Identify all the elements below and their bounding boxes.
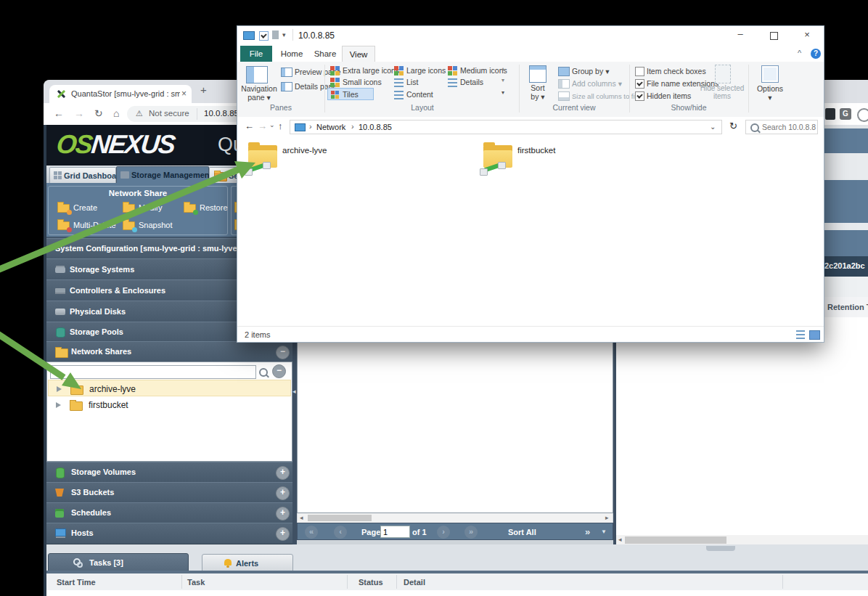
page-number-input[interactable] xyxy=(380,526,410,538)
tree-item-archive-lyve[interactable]: archive-lyve xyxy=(48,380,291,396)
scroll-right-icon[interactable]: ▸ xyxy=(605,514,609,521)
view-tab[interactable]: View xyxy=(342,46,375,62)
layout-details[interactable]: Details xyxy=(460,78,483,86)
navigation-pane-button[interactable]: Navigationpane ▾ xyxy=(239,84,279,102)
clear-search-button[interactable]: − xyxy=(272,364,286,378)
qat-newfolder-icon[interactable] xyxy=(272,30,279,39)
item-check-boxes-checkbox[interactable] xyxy=(635,67,644,76)
splitter-collapse-icon[interactable]: ◂ xyxy=(292,388,296,395)
layout-scroll-up-icon[interactable]: ▴ xyxy=(501,65,504,72)
tab-grid-dashboard[interactable]: Grid Dashboard xyxy=(49,167,116,183)
scroll-left-icon[interactable]: ◂ xyxy=(618,536,622,543)
pager-expand-icon[interactable]: » xyxy=(585,526,590,537)
multi-delete-button[interactable]: Multi-Delete xyxy=(73,221,116,229)
column-header-fragment[interactable]: Retention Ta xyxy=(823,297,868,318)
qat-properties-icon[interactable] xyxy=(259,31,269,41)
layout-large[interactable]: Large icons xyxy=(406,66,446,75)
col-status[interactable]: Status xyxy=(359,578,383,587)
sidebar-item-hosts[interactable]: Hosts + xyxy=(46,523,292,544)
splitter-collapse-handle[interactable] xyxy=(706,546,735,551)
restore-button[interactable]: Restore xyxy=(200,203,228,212)
expand-section-button[interactable]: + xyxy=(276,527,290,541)
search-box[interactable] xyxy=(745,120,818,134)
sidebar-item-schedules[interactable]: Schedules + xyxy=(46,502,292,524)
file-tile-firstbucket[interactable]: firstbucket xyxy=(517,146,555,155)
details-view-toggle-icon[interactable] xyxy=(796,330,805,339)
sidebar-item-network-shares[interactable]: Network Shares − xyxy=(46,341,292,363)
col-start-time[interactable]: Start Time xyxy=(57,578,96,587)
extension-circle-icon[interactable] xyxy=(857,108,868,122)
nav-back-icon[interactable]: ← xyxy=(245,121,254,131)
group-by-button[interactable]: Group by ▾ xyxy=(572,67,609,75)
minimize-button[interactable]: – xyxy=(729,28,751,39)
qat-customize-icon[interactable]: ▾ xyxy=(282,31,286,38)
nav-recent-icon[interactable]: ⌄ xyxy=(269,121,275,128)
refresh-icon[interactable]: ↻ xyxy=(729,121,737,131)
collapse-ribbon-icon[interactable]: ^ xyxy=(798,49,801,57)
share-tab[interactable]: Share xyxy=(308,46,342,62)
crumb-dropdown-icon[interactable]: ⌄ xyxy=(710,123,716,131)
search-icon[interactable] xyxy=(259,368,268,377)
thumbnail-view-toggle-icon[interactable] xyxy=(809,330,820,340)
share-search-input[interactable] xyxy=(50,365,256,379)
extension-g-icon[interactable]: G xyxy=(840,108,851,120)
layout-list[interactable]: List xyxy=(406,78,418,86)
layout-content[interactable]: Content xyxy=(406,90,433,99)
layout-extra-large[interactable]: Extra large icons xyxy=(343,66,399,75)
browser-forward-icon[interactable]: → xyxy=(74,107,84,119)
hidden-items-label[interactable]: Hidden items xyxy=(647,91,691,100)
middle-hscrollbar[interactable]: ◂ ▸ xyxy=(298,513,613,523)
browser-tab[interactable]: QuantaStor [smu-lyve-grid : smu × xyxy=(49,85,192,103)
breadcrumb-bar[interactable]: › Network › 10.0.8.85 ⌄ xyxy=(290,120,722,134)
new-tab-button[interactable]: + xyxy=(200,83,207,96)
collapse-section-button[interactable]: − xyxy=(276,346,290,359)
file-tab[interactable]: File xyxy=(240,46,272,62)
page-next-button[interactable]: › xyxy=(437,526,450,539)
sidebar-item-s3-buckets[interactable]: S3 Buckets + xyxy=(46,482,292,504)
home-tab[interactable]: Home xyxy=(275,46,308,62)
search-input[interactable] xyxy=(761,121,817,133)
col-detail[interactable]: Detail xyxy=(404,578,425,587)
tab-partial[interactable]: Se xyxy=(209,167,238,183)
tab-alerts[interactable]: Alerts xyxy=(202,554,293,572)
file-tile-archive-lyve[interactable]: archive-lyve xyxy=(282,146,327,155)
tree-item-firstbucket[interactable]: firstbucket xyxy=(48,396,291,413)
maximize-button[interactable] xyxy=(770,32,778,40)
hidden-items-checkbox[interactable] xyxy=(635,91,644,101)
expand-section-button[interactable]: + xyxy=(276,507,290,521)
crumb-host[interactable]: 10.0.8.85 xyxy=(359,123,392,131)
explorer-title-bar[interactable]: ▾ 10.0.8.85 – × xyxy=(237,26,824,46)
expand-section-button[interactable]: + xyxy=(276,466,290,480)
scroll-thumb[interactable] xyxy=(625,536,726,544)
item-check-boxes-label[interactable]: Item check boxes xyxy=(647,67,706,75)
add-columns-button[interactable]: Add columns ▾ xyxy=(572,79,622,88)
tree-expand-icon[interactable] xyxy=(57,386,62,392)
file-name-extensions-checkbox[interactable] xyxy=(635,79,644,89)
tree-expand-icon[interactable] xyxy=(56,402,61,408)
crumb-network[interactable]: Network xyxy=(316,123,345,131)
close-button[interactable]: × xyxy=(796,29,818,40)
browser-reload-icon[interactable]: ↻ xyxy=(94,107,103,119)
create-button[interactable]: Create xyxy=(73,203,97,212)
browser-home-icon[interactable]: ⌂ xyxy=(113,107,119,119)
layout-small[interactable]: Small icons xyxy=(343,78,382,86)
nav-up-icon[interactable]: ↑ xyxy=(278,121,283,131)
col-task[interactable]: Task xyxy=(187,578,205,587)
scroll-left-icon[interactable]: ◂ xyxy=(300,514,303,521)
tab-close-icon[interactable]: × xyxy=(181,89,187,99)
sort-by-button[interactable]: Sortby ▾ xyxy=(522,83,554,101)
files-area[interactable]: archive-lyve firstbucket xyxy=(237,137,824,326)
layout-medium[interactable]: Medium icons xyxy=(460,66,507,75)
scroll-thumb[interactable] xyxy=(308,515,372,521)
options-button[interactable]: Options▾ xyxy=(750,84,790,102)
page-first-button[interactable]: « xyxy=(305,526,318,539)
right-hscrollbar[interactable]: ◂ xyxy=(616,535,868,545)
sort-all-label[interactable]: Sort All xyxy=(508,528,536,536)
sidebar-item-storage-volumes[interactable]: Storage Volumes + xyxy=(46,462,292,483)
tab-tasks[interactable]: Tasks [3] xyxy=(48,553,189,572)
page-last-button[interactable]: » xyxy=(464,526,478,539)
snapshot-button[interactable]: Snapshot xyxy=(139,221,172,229)
modify-button[interactable]: Modify xyxy=(139,203,162,212)
hide-selected-items-button[interactable]: Hide selecteditems xyxy=(693,84,751,100)
page-prev-button[interactable]: ‹ xyxy=(334,526,347,539)
